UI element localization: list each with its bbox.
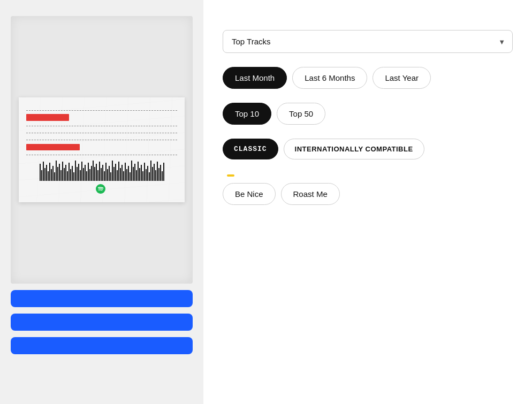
view-in-new-tab-button[interactable]	[11, 314, 193, 331]
right-panel: Top Tracks Top Artists ▼ Last Month Last…	[203, 0, 532, 404]
save-as-playlist-button[interactable]	[11, 337, 193, 354]
font-international-button[interactable]: INTERNATIONALLY COMPATIBLE	[284, 139, 424, 159]
receipt-order-line	[26, 114, 177, 123]
redacted-name	[26, 114, 69, 121]
barcode: // Barcode bars rendered inline const ba…	[26, 159, 177, 181]
redacted-cardholder	[26, 144, 80, 150]
length-group: Top 10 Top 50	[223, 103, 513, 125]
roast-me-button[interactable]: Roast Me	[281, 183, 340, 205]
music-says-title	[223, 174, 513, 177]
receipt-cardholder	[26, 143, 177, 152]
metric-select[interactable]: Top Tracks Top Artists	[223, 30, 513, 53]
new-badge	[227, 174, 234, 177]
download-image-button[interactable]	[11, 290, 193, 307]
metric-select-wrapper: Top Tracks Top Artists ▼	[223, 30, 513, 53]
font-classic-button[interactable]: CLASSIC	[223, 139, 278, 159]
be-nice-button[interactable]: Be Nice	[223, 183, 276, 205]
music-says-section: Be Nice Roast Me	[223, 174, 513, 205]
time-last-year-button[interactable]: Last Year	[373, 67, 431, 89]
time-period-group: Last Month Last 6 Months Last Year	[223, 67, 513, 89]
mood-btn-group: Be Nice Roast Me	[223, 183, 513, 205]
spotify-logo	[26, 184, 177, 194]
length-top-10-button[interactable]: Top 10	[223, 103, 271, 125]
receipt-card: // Barcode bars rendered inline const ba…	[19, 97, 185, 203]
receipt-preview: // Barcode bars rendered inline const ba…	[11, 16, 193, 284]
time-last-6-months-button[interactable]: Last 6 Months	[292, 67, 367, 89]
time-last-month-button[interactable]: Last Month	[223, 67, 287, 89]
left-panel: // Barcode bars rendered inline const ba…	[0, 0, 203, 404]
spotify-icon	[96, 184, 105, 194]
length-top-50-button[interactable]: Top 50	[277, 103, 325, 125]
font-group: CLASSIC INTERNATIONALLY COMPATIBLE	[223, 139, 513, 159]
